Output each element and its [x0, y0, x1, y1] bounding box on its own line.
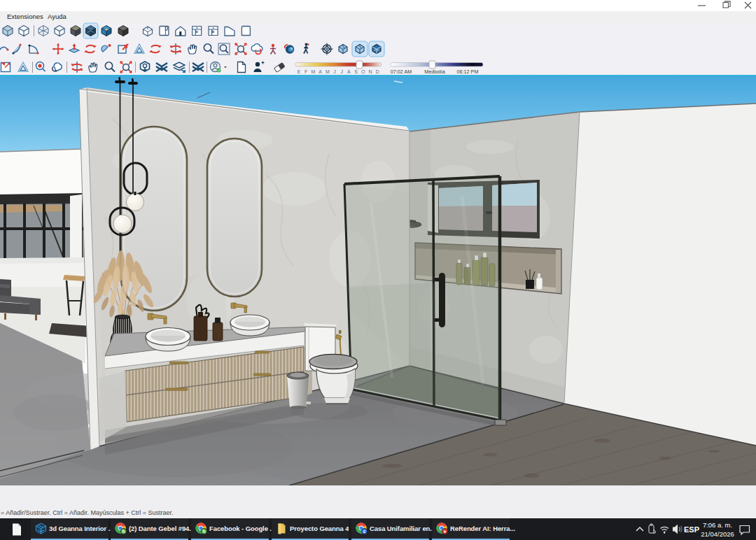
svg-text:Mediodía: Mediodía — [424, 69, 445, 75]
svg-text:A: A — [347, 69, 351, 74]
svg-text:7:06 a. m.: 7:06 a. m. — [703, 521, 732, 529]
svg-text:M: M — [326, 69, 330, 74]
svg-text:M: M — [311, 69, 315, 74]
svg-text:h: h — [122, 529, 125, 534]
svg-text:S: S — [354, 69, 358, 74]
svg-text:E: E — [298, 69, 301, 74]
svg-text:J: J — [340, 69, 343, 74]
svg-text:h: h — [203, 529, 206, 534]
svg-text:D: D — [376, 69, 379, 74]
svg-text:J: J — [333, 69, 336, 74]
svg-text:O: O — [361, 69, 365, 74]
svg-text:N: N — [368, 69, 372, 74]
svg-text:07:02 AM: 07:02 AM — [391, 69, 412, 75]
svg-text:ESP: ESP — [684, 525, 699, 534]
svg-text:F: F — [304, 69, 307, 74]
svg-text:06:12 PM: 06:12 PM — [457, 69, 479, 75]
svg-text:c: c — [363, 529, 366, 534]
svg-text:21/04/2026: 21/04/2026 — [701, 530, 734, 538]
svg-text:A: A — [318, 69, 322, 74]
